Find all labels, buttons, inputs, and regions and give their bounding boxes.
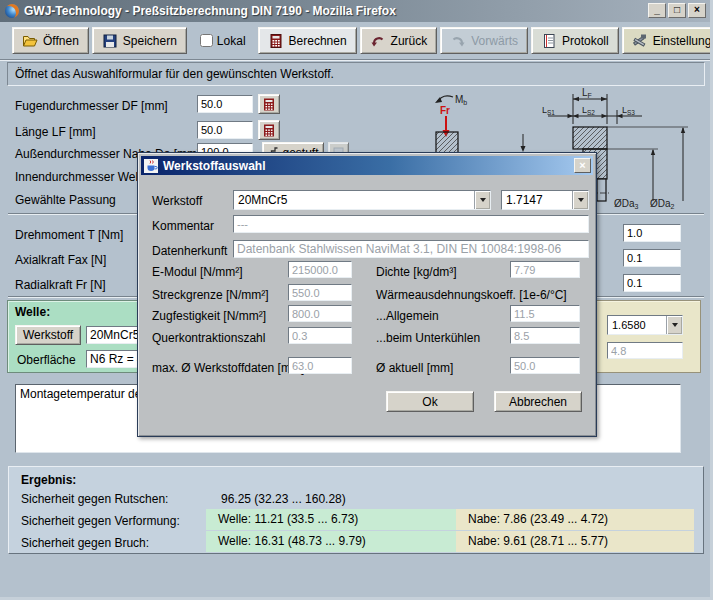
floppy-disk-icon — [102, 33, 118, 49]
back-button[interactable]: Zurück — [360, 27, 438, 54]
toolbar: Öffnen Speichern Lokal Berechnen — [0, 22, 713, 60]
rutschen-value: 96.25 (32.23 ... 160.28) — [221, 489, 346, 510]
bruch-label: Sicherheit gegen Bruch: — [21, 533, 149, 554]
svg-text:Mb: Mb — [455, 94, 467, 106]
aktuell-durchmesser-label: Ø aktuell [mm] — [376, 361, 453, 375]
dichte-field — [510, 261, 580, 278]
results-title: Ergebnis: — [21, 470, 76, 491]
laenge-calc-button[interactable] — [258, 120, 280, 140]
radialkraft-input[interactable] — [623, 274, 681, 292]
cancel-label: Abbrechen — [509, 395, 567, 409]
werkstoffnummer-combo-arrow-button[interactable] — [572, 191, 588, 209]
calculator-icon — [263, 124, 275, 137]
rutschen-label: Sicherheit gegen Rutschen: — [21, 489, 168, 510]
dialog-title: Werkstoffauswahl — [163, 159, 265, 173]
settings-button[interactable]: Einstellungen — [622, 27, 713, 54]
bruch-welle-value: Welle: 16.31 (48.73 ... 9.79) — [206, 531, 456, 552]
waermeausdehnung-label: Wärmeausdehnungskoeff. [1e-6/°C] — [376, 288, 567, 302]
fugendurchmesser-input[interactable] — [197, 95, 253, 113]
application-window: GWJ-Technology - Preßsitzberechnung DIN … — [0, 0, 713, 600]
verformung-label: Sicherheit gegen Verformung: — [21, 511, 180, 532]
dialog-titlebar[interactable]: Werkstoffauswahl × — [141, 156, 593, 175]
querkontraktion-label: Querkontraktionszahl — [152, 331, 265, 345]
java-icon — [144, 159, 158, 173]
svg-text:LS3: LS3 — [622, 105, 635, 116]
nabe-combo-arrow-button[interactable] — [666, 316, 682, 334]
welle-title: Welle: — [15, 305, 50, 319]
close-icon: × — [694, 4, 700, 15]
laenge-input[interactable] — [197, 121, 253, 139]
ok-label: Ok — [422, 395, 437, 409]
innendurchmesser-label: Innendurchmesser Wel — [15, 170, 138, 184]
werkstoff-value: 20MnCr5 — [234, 193, 474, 207]
cancel-button[interactable]: Abbrechen — [494, 391, 582, 412]
drehmoment-input[interactable] — [623, 224, 681, 242]
kommentar-label: Kommentar — [152, 219, 214, 233]
emodul-label: E-Modul [N/mm²] — [152, 265, 243, 279]
oberflaeche-label: Oberfläche — [17, 353, 76, 367]
datenherkunft-field — [233, 240, 589, 258]
werkstoff-label: Werkstoff — [152, 194, 202, 208]
svg-text:ØDa3: ØDa3 — [614, 198, 639, 210]
nabe-werkstoff-combobox[interactable]: 1.6580 — [607, 315, 683, 335]
unterkuehlen-label: ...beim Unterkühlen — [376, 331, 480, 345]
radialkraft-label: Radialkraft Fr [N] — [15, 278, 106, 292]
calculator-icon — [263, 98, 275, 111]
calculate-button[interactable]: Berechnen — [258, 27, 357, 54]
local-label: Lokal — [217, 34, 246, 48]
close-button[interactable]: × — [688, 3, 706, 18]
bruch-nabe-value: Nabe: 9.61 (28.71 ... 5.77) — [456, 531, 694, 552]
drehmoment-label: Drehmoment T [Nm] — [15, 228, 123, 242]
calculator-icon — [268, 33, 284, 49]
firefox-icon — [5, 4, 19, 18]
forward-arrow-icon — [450, 33, 466, 49]
werkstoffauswahl-dialog: Werkstoffauswahl × Werkstoff 20MnCr5 1.7… — [137, 152, 597, 437]
forward-label: Vorwärts — [471, 34, 518, 48]
zugfestigkeit-field — [288, 305, 352, 322]
verformung-welle-value: Welle: 11.21 (33.5 ... 6.73) — [206, 509, 456, 530]
minimize-icon: _ — [654, 4, 660, 15]
radial-force-label: Fr — [440, 105, 450, 116]
welle-werkstoff-button[interactable]: Werkstoff — [15, 325, 81, 345]
fugendurchmesser-calc-button[interactable] — [258, 94, 280, 114]
dichte-label: Dichte [kg/dm³] — [376, 265, 457, 279]
open-label: Öffnen — [43, 34, 79, 48]
streckgrenze-field — [288, 284, 352, 301]
welle-werkstoff-button-label: Werkstoff — [23, 328, 73, 342]
ok-button[interactable]: Ok — [386, 391, 474, 412]
hub-tab — [597, 179, 606, 201]
aktuell-durchmesser-field — [510, 357, 580, 374]
allgemein-field — [510, 305, 580, 322]
window-titlebar[interactable]: GWJ-Technology - Preßsitzberechnung DIN … — [0, 0, 713, 22]
verformung-nabe-value: Nabe: 7.86 (23.49 ... 4.72) — [456, 509, 694, 530]
passung-label: Gewählte Passung — [15, 193, 116, 207]
nabe-werkstoff-value: 1.6580 — [608, 319, 666, 331]
status-bar: Öffnet das Auswahlformular für den gewün… — [7, 62, 705, 86]
max-durchmesser-label: max. Ø Werkstoffdaten [mm] — [152, 361, 304, 375]
axialkraft-input[interactable] — [623, 249, 681, 267]
save-button[interactable]: Speichern — [92, 27, 187, 54]
nabe-rz-field — [607, 342, 683, 359]
werkstoff-combobox[interactable]: 20MnCr5 — [233, 190, 491, 210]
svg-text:LS2: LS2 — [582, 105, 595, 116]
tools-icon — [632, 33, 648, 49]
svg-text:LF: LF — [582, 87, 592, 99]
axialkraft-label: Axialkraft Fax [N] — [15, 253, 106, 267]
svg-text:LS1: LS1 — [542, 105, 555, 116]
back-label: Zurück — [391, 34, 428, 48]
minimize-button[interactable]: _ — [648, 3, 666, 18]
forward-button[interactable]: Vorwärts — [440, 27, 528, 54]
open-button[interactable]: Öffnen — [12, 27, 89, 54]
fugendurchmesser-label: Fugendurchmesser DF [mm] — [15, 99, 168, 113]
open-folder-icon — [22, 33, 38, 49]
local-checkbox[interactable] — [200, 34, 213, 47]
svg-text:ØDa2: ØDa2 — [650, 198, 675, 210]
dialog-close-button[interactable]: × — [574, 158, 591, 173]
maximize-button[interactable]: □ — [668, 3, 686, 18]
protocol-button[interactable]: Protokoll — [531, 27, 619, 54]
chevron-down-icon — [672, 323, 678, 330]
settings-label: Einstellungen — [653, 34, 713, 48]
save-label: Speichern — [123, 34, 177, 48]
werkstoff-combo-arrow-button[interactable] — [474, 191, 490, 209]
werkstoffnummer-combobox[interactable]: 1.7147 — [501, 190, 589, 210]
